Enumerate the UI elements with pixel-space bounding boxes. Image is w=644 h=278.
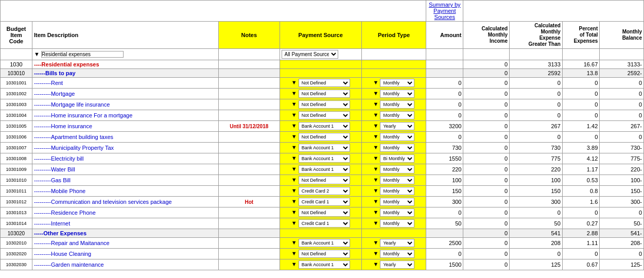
filter-desc-cell[interactable]: ▼ xyxy=(32,49,218,60)
row-period-cell[interactable]: ▼ MonthlyYearlyBi MonthlyWeeklyDaily xyxy=(361,175,426,186)
row-period-select[interactable]: MonthlyYearlyBi MonthlyWeeklyDaily xyxy=(380,250,414,258)
row-balance: 3133- xyxy=(600,60,644,69)
row-period-cell[interactable]: ▼ MonthlyYearlyBi MonthlyWeeklyDaily xyxy=(361,249,426,259)
row-balance: 267- xyxy=(600,121,644,132)
row-payment-select[interactable]: Not DefinedBank Account 1Bank Account 2C… xyxy=(299,90,350,98)
row-period-select[interactable]: MonthlyYearlyBi MonthlyWeeklyDaily xyxy=(380,208,414,217)
filter-desc-arrow: ▼ xyxy=(34,51,40,57)
row-payment-cell[interactable]: ▼ Not DefinedBank Account 1Bank Account … xyxy=(280,207,361,218)
row-payment-select[interactable]: Not DefinedBank Account 1Bank Account 2C… xyxy=(299,176,350,184)
column-header-row: Budget Item Code Item Description Notes … xyxy=(1,22,644,49)
row-payment-cell[interactable]: ▼ Not DefinedBank Account 1Bank Account … xyxy=(280,259,361,270)
row-payment-cell[interactable]: ▼ Not DefinedBank Account 1Bank Account … xyxy=(280,238,361,249)
row-payment-cell[interactable]: ▼ Not DefinedBank Account 1Bank Account … xyxy=(280,218,361,229)
filter-desc-input[interactable] xyxy=(41,51,124,58)
row-calc-income: 0 xyxy=(463,132,510,143)
row-percent: 3.89 xyxy=(562,143,599,153)
row-calc-expense: 541 xyxy=(510,229,563,238)
row-balance: 50- xyxy=(600,218,644,229)
row-payment-cell[interactable]: ▼ Not DefinedBank Account 1Bank Account … xyxy=(280,175,361,186)
table-row: 10301010 ---------Gas Bill ▼ Not Defined… xyxy=(1,175,644,186)
col-header-percent: Percent of Total Expenses xyxy=(562,22,599,49)
row-balance: 100- xyxy=(600,175,644,186)
row-payment-select[interactable]: Not DefinedBank Account 1Bank Account 2C… xyxy=(299,219,350,228)
row-period-cell[interactable]: ▼ MonthlyYearlyBi MonthlyWeeklyDaily xyxy=(361,238,426,249)
row-payment-cell[interactable]: ▼ Not DefinedBank Account 1Bank Account … xyxy=(280,153,361,164)
row-calc-expense: 730 xyxy=(510,143,563,153)
row-desc: ---------Communication and television se… xyxy=(32,197,218,207)
row-payment-select[interactable]: Not DefinedBank Account 1Bank Account 2C… xyxy=(299,122,350,130)
row-period-select[interactable]: MonthlyYearlyBi MonthlyWeeklyDaily xyxy=(380,111,414,119)
row-payment-select[interactable]: Not DefinedBank Account 1Bank Account 2C… xyxy=(299,144,350,152)
row-payment-select[interactable]: Not DefinedBank Account 1Bank Account 2C… xyxy=(299,154,350,163)
row-period-select[interactable]: MonthlyYearlyBi MonthlyWeeklyDaily xyxy=(380,154,414,163)
row-percent: 0.8 xyxy=(562,186,599,197)
filter-payment-cell[interactable]: All Payment Sources Not Defined Bank Acc… xyxy=(280,49,361,60)
row-payment-select[interactable]: Not DefinedBank Account 1Bank Account 2C… xyxy=(299,187,350,195)
row-payment-cell[interactable]: ▼ Not DefinedBank Account 1Bank Account … xyxy=(280,186,361,197)
row-payment-cell[interactable]: ▼ Not DefinedBank Account 1Bank Account … xyxy=(280,143,361,153)
row-period-select[interactable]: MonthlyYearlyBi MonthlyWeeklyDaily xyxy=(380,219,414,228)
row-period-cell[interactable]: ▼ MonthlyYearlyBi MonthlyWeeklyDaily xyxy=(361,153,426,164)
row-payment-select[interactable]: Not DefinedBank Account 1Bank Account 2C… xyxy=(299,250,350,258)
row-period-select[interactable]: MonthlyYearlyBi MonthlyWeeklyDaily xyxy=(380,133,414,141)
row-period-select[interactable]: MonthlyYearlyBi MonthlyWeeklyDaily xyxy=(380,144,414,152)
row-period-cell[interactable]: ▼ MonthlyYearlyBi MonthlyWeeklyDaily xyxy=(361,186,426,197)
row-period-select[interactable]: MonthlyYearlyBi MonthlyWeeklyDaily xyxy=(380,260,414,269)
row-payment-cell[interactable]: ▼ Not DefinedBank Account 1Bank Account … xyxy=(280,249,361,259)
row-period-select[interactable]: MonthlyYearlyBi MonthlyWeeklyDaily xyxy=(380,198,414,206)
row-payment-select[interactable]: Not DefinedBank Account 1Bank Account 2C… xyxy=(299,133,350,141)
row-period-cell[interactable]: ▼ MonthlyYearlyBi MonthlyWeeklyDaily xyxy=(361,218,426,229)
row-payment-cell[interactable]: ▼ Not DefinedBank Account 1Bank Account … xyxy=(280,78,361,89)
row-payment xyxy=(280,60,361,69)
row-period-select[interactable]: MonthlyYearlyBi MonthlyWeeklyDaily xyxy=(380,187,414,195)
row-code: 10301014 xyxy=(1,218,32,229)
row-period-cell[interactable]: ▼ MonthlyYearlyBi MonthlyWeeklyDaily xyxy=(361,110,426,121)
row-period-select[interactable]: MonthlyYearlyBi MonthlyWeeklyDaily xyxy=(380,79,414,87)
row-period-cell[interactable]: ▼ MonthlyYearlyBi MonthlyWeeklyDaily xyxy=(361,132,426,143)
row-period-select[interactable]: MonthlyYearlyBi MonthlyWeeklyDaily xyxy=(380,122,414,130)
row-payment-select[interactable]: Not DefinedBank Account 1Bank Account 2C… xyxy=(299,239,350,247)
row-period xyxy=(361,229,426,238)
row-payment-select[interactable]: Not DefinedBank Account 1Bank Account 2C… xyxy=(299,100,350,109)
row-payment-select[interactable]: Not DefinedBank Account 1Bank Account 2C… xyxy=(299,208,350,217)
row-payment-cell[interactable]: ▼ Not DefinedBank Account 1Bank Account … xyxy=(280,110,361,121)
row-period-cell[interactable]: ▼ MonthlyYearlyBi MonthlyWeeklyDaily xyxy=(361,164,426,175)
row-percent: 1.17 xyxy=(562,164,599,175)
row-period-select[interactable]: MonthlyYearlyBi MonthlyWeeklyDaily xyxy=(380,165,414,173)
row-period-cell[interactable]: ▼ MonthlyYearlyBi MonthlyWeeklyDaily xyxy=(361,99,426,110)
row-payment-select[interactable]: Not DefinedBank Account 1Bank Account 2C… xyxy=(299,260,350,269)
row-period-cell[interactable]: ▼ MonthlyYearlyBi MonthlyWeeklyDaily xyxy=(361,143,426,153)
row-payment-select[interactable]: Not DefinedBank Account 1Bank Account 2C… xyxy=(299,111,350,119)
row-desc: ---------Mortgage life insurance xyxy=(32,99,218,110)
row-period-cell[interactable]: ▼ MonthlyYearlyBi MonthlyWeeklyDaily xyxy=(361,78,426,89)
row-period-cell[interactable]: ▼ MonthlyYearlyBi MonthlyWeeklyDaily xyxy=(361,121,426,132)
row-period-cell[interactable]: ▼ MonthlyYearlyBi MonthlyWeeklyDaily xyxy=(361,197,426,207)
row-payment-cell[interactable]: ▼ Not DefinedBank Account 1Bank Account … xyxy=(280,197,361,207)
row-payment-select[interactable]: Not DefinedBank Account 1Bank Account 2C… xyxy=(299,165,350,173)
row-percent: 2.88 xyxy=(562,229,599,238)
top-link-row: Summary by Payment Sources xyxy=(1,1,644,22)
row-payment-cell[interactable]: ▼ Not DefinedBank Account 1Bank Account … xyxy=(280,164,361,175)
row-period-select[interactable]: MonthlyYearlyBi MonthlyWeeklyDaily xyxy=(380,90,414,98)
row-period-select[interactable]: MonthlyYearlyBi MonthlyWeeklyDaily xyxy=(380,100,414,109)
row-desc: ---------Repair and Maitanance xyxy=(32,238,218,249)
row-payment-cell[interactable]: ▼ Not DefinedBank Account 1Bank Account … xyxy=(280,132,361,143)
row-period-select[interactable]: MonthlyYearlyBi MonthlyWeeklyDaily xyxy=(380,176,414,184)
row-payment-select[interactable]: Not DefinedBank Account 1Bank Account 2C… xyxy=(299,198,350,206)
table-row: 10301002 ---------Mortgage ▼ Not Defined… xyxy=(1,89,644,99)
row-payment-cell[interactable]: ▼ Not DefinedBank Account 1Bank Account … xyxy=(280,121,361,132)
row-period-cell[interactable]: ▼ MonthlyYearlyBi MonthlyWeeklyDaily xyxy=(361,89,426,99)
row-period-cell[interactable]: ▼ MonthlyYearlyBi MonthlyWeeklyDaily xyxy=(361,259,426,270)
row-payment-cell[interactable]: ▼ Not DefinedBank Account 1Bank Account … xyxy=(280,99,361,110)
row-payment-select[interactable]: Not DefinedBank Account 1Bank Account 2C… xyxy=(299,79,350,87)
filter-payment-select[interactable]: All Payment Sources Not Defined Bank Acc… xyxy=(282,50,338,59)
summary-by-payment-link[interactable]: Summary by Payment Sources xyxy=(429,2,461,20)
row-period-cell[interactable]: ▼ MonthlyYearlyBi MonthlyWeeklyDaily xyxy=(361,207,426,218)
row-calc-expense: 0 xyxy=(510,132,563,143)
row-calc-income: 0 xyxy=(463,229,510,238)
row-period-select[interactable]: MonthlyYearlyBi MonthlyWeeklyDaily xyxy=(380,239,414,247)
row-balance: 0 xyxy=(600,207,644,218)
table-row: 10302010 ---------Repair and Maitanance … xyxy=(1,238,644,249)
row-payment-cell[interactable]: ▼ Not DefinedBank Account 1Bank Account … xyxy=(280,89,361,99)
